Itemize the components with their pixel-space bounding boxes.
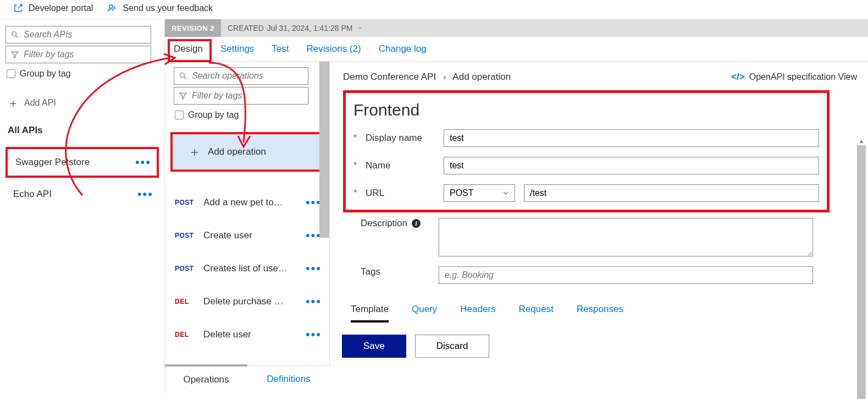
breadcrumb-root[interactable]: Demo Conference API (343, 72, 436, 82)
breadcrumb-separator: › (443, 72, 446, 82)
operation-item[interactable]: POSTAdd a new pet to…••• (165, 186, 329, 219)
external-link-icon (13, 3, 23, 13)
tab-design[interactable]: Design (174, 43, 203, 54)
created-prefix: CREATED (228, 24, 264, 32)
filter-icon (179, 91, 187, 100)
url-method-select[interactable] (444, 184, 515, 202)
http-method-badge: POST (175, 199, 196, 206)
save-button[interactable]: Save (342, 335, 406, 358)
group-operations-checkbox[interactable]: Group by tag (174, 107, 329, 123)
discard-button[interactable]: Discard (415, 335, 490, 358)
feedback-label: Send us your feedback (123, 3, 213, 13)
url-path-input[interactable] (524, 184, 819, 202)
info-icon[interactable]: i (412, 219, 421, 228)
url-method-value[interactable] (444, 184, 515, 202)
scroll-up-icon[interactable]: ▲ (857, 138, 866, 144)
group-operations-label: Group by tag (188, 110, 239, 120)
search-operations-input[interactable] (174, 67, 308, 85)
plus-icon: ＋ (188, 145, 201, 158)
operation-item[interactable]: DELDelete purchase …••• (165, 285, 329, 318)
scrollbar[interactable]: ▲ (857, 145, 866, 399)
revision-badge: REVISION 2 (165, 19, 221, 37)
filter-tags-field[interactable] (24, 50, 146, 59)
http-method-badge: DEL (175, 298, 196, 305)
search-icon (179, 72, 187, 80)
tags-label: Tags (361, 266, 439, 277)
http-method-badge: POST (175, 232, 196, 239)
http-method-badge: POST (175, 265, 196, 272)
bottom-tab-operations[interactable]: Operations (165, 364, 247, 393)
name-label: Name (366, 160, 444, 171)
api-item-echo-api[interactable]: Echo API ••• (5, 181, 159, 207)
openapi-spec-label: OpenAPI specification View (749, 72, 857, 82)
operation-label: Creates list of use… (203, 263, 298, 274)
http-method-badge: DEL (175, 331, 196, 338)
revision-created-dropdown[interactable]: CREATED Jul 31, 2024, 1:41:28 PM (221, 24, 371, 32)
operation-label: Delete purchase … (203, 296, 298, 307)
description-textarea[interactable] (439, 218, 813, 256)
api-item-label: Echo API (13, 189, 52, 200)
search-operations-field[interactable] (192, 71, 303, 81)
chevron-down-icon (356, 25, 364, 31)
developer-portal-link[interactable]: Developer portal (13, 3, 93, 13)
operation-item[interactable]: POSTCreates list of use…••• (165, 252, 329, 285)
bottom-tab-definitions[interactable]: Definitions (247, 366, 330, 393)
required-marker: * (353, 161, 359, 171)
checkbox-icon (7, 69, 15, 78)
filter-operations-field[interactable] (192, 91, 303, 101)
add-operation-button[interactable]: ＋ Add operation (170, 132, 322, 172)
checkbox-icon (175, 111, 184, 119)
subtab-headers[interactable]: Headers (460, 304, 495, 323)
breadcrumb: Demo Conference API › Add operation (343, 72, 511, 83)
operation-item[interactable]: POSTCreate user••• (165, 219, 329, 252)
tags-input[interactable] (439, 266, 813, 284)
all-apis-heading: All APIs (5, 117, 159, 147)
group-by-tag-label: Group by tag (20, 69, 71, 79)
openapi-spec-link[interactable]: </> OpenAPI specification View (731, 72, 857, 83)
operation-item[interactable]: DELDelete user••• (165, 318, 329, 351)
scrollbar[interactable] (319, 62, 329, 238)
search-apis-field[interactable] (24, 30, 146, 40)
tab-settings[interactable]: Settings (220, 43, 254, 54)
subtab-request[interactable]: Request (519, 304, 554, 323)
search-apis-input[interactable] (5, 26, 151, 43)
description-label: Description i (361, 218, 439, 229)
operation-label: Create user (203, 230, 298, 241)
required-marker: * (353, 133, 359, 143)
tab-revisions[interactable]: Revisions (2) (307, 43, 361, 54)
feedback-icon (107, 3, 117, 13)
feedback-link[interactable]: Send us your feedback (107, 3, 213, 13)
frontend-heading: Frontend (353, 101, 819, 119)
subtab-query[interactable]: Query (412, 304, 437, 323)
add-api-label: Add API (24, 98, 56, 108)
display-name-label: Display name (366, 133, 444, 144)
tab-changelog[interactable]: Change log (379, 43, 427, 54)
created-value: Jul 31, 2024, 1:41:28 PM (267, 24, 353, 32)
api-item-swagger-petstore[interactable]: Swagger Petstore ••• (8, 149, 157, 176)
required-marker: * (353, 188, 359, 198)
subtab-responses[interactable]: Responses (577, 304, 623, 323)
svg-point-1 (12, 32, 16, 36)
breadcrumb-leaf: Add operation (452, 72, 511, 82)
url-label: URL (366, 188, 444, 199)
name-input[interactable] (444, 157, 819, 174)
svg-point-0 (109, 5, 113, 8)
add-api-button[interactable]: ＋ Add API (5, 82, 159, 117)
api-item-label: Swagger Petstore (15, 157, 90, 168)
plus-icon: ＋ (8, 97, 19, 108)
svg-point-2 (180, 73, 185, 78)
tab-test[interactable]: Test (272, 43, 289, 54)
operation-label: Add a new pet to… (203, 197, 298, 208)
subtab-template[interactable]: Template (351, 304, 389, 323)
filter-icon (10, 50, 19, 59)
search-icon (10, 30, 19, 39)
group-by-tag-checkbox[interactable]: Group by tag (5, 65, 159, 82)
filter-operations-input[interactable] (174, 87, 308, 105)
code-icon: </> (731, 72, 745, 83)
display-name-input[interactable] (444, 129, 819, 147)
operation-label: Delete user (203, 329, 298, 340)
filter-tags-input[interactable] (5, 46, 151, 63)
developer-portal-label: Developer portal (29, 3, 93, 13)
add-operation-label: Add operation (208, 146, 266, 157)
